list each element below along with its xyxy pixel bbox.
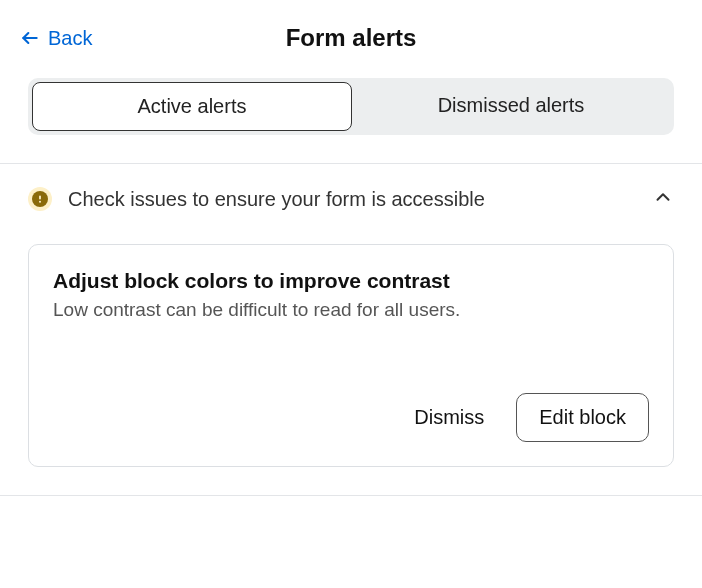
tabs: Active alerts Dismissed alerts [28,78,674,135]
divider [0,495,702,496]
dismiss-button[interactable]: Dismiss [414,406,484,429]
svg-point-2 [39,201,41,203]
alert-card: Adjust block colors to improve contrast … [28,244,674,467]
chevron-up-icon [652,186,674,208]
section-heading: Check issues to ensure your form is acce… [68,188,636,211]
tab-active-alerts[interactable]: Active alerts [32,82,352,131]
back-label: Back [48,27,92,50]
page-title: Form alerts [20,24,682,52]
tab-dismissed-alerts[interactable]: Dismissed alerts [352,82,670,131]
collapse-toggle[interactable] [652,186,674,212]
edit-block-button[interactable]: Edit block [516,393,649,442]
alert-card-title: Adjust block colors to improve contrast [53,269,649,293]
warning-icon [28,187,52,211]
section-header: Check issues to ensure your form is acce… [0,164,702,234]
alert-card-description: Low contrast can be difficult to read fo… [53,299,649,321]
back-button[interactable]: Back [20,27,92,50]
arrow-left-icon [20,28,40,48]
svg-rect-1 [39,196,41,200]
tabs-container: Active alerts Dismissed alerts [0,68,702,163]
header: Back Form alerts [0,0,702,68]
alert-card-actions: Dismiss Edit block [53,393,649,442]
